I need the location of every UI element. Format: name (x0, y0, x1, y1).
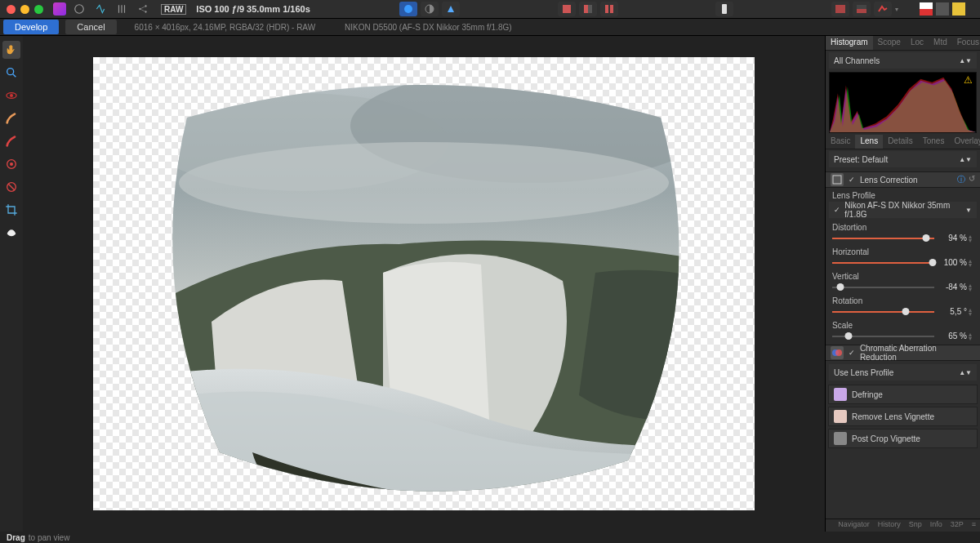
canvas[interactable] (93, 57, 755, 510)
panel-remove-lens-vignette[interactable]: Remove Lens Vignette (828, 407, 978, 426)
photo-preview (138, 69, 710, 501)
slider-knob[interactable] (929, 259, 936, 266)
svg-point-2 (145, 5, 146, 7)
slider-knob[interactable] (902, 308, 910, 315)
hand-tool[interactable] (2, 41, 20, 59)
chromab-header[interactable]: ✓ Chromatic Aberration Reduction (826, 345, 980, 361)
svg-rect-12 (835, 5, 845, 13)
compare-mirror[interactable] (600, 2, 618, 16)
compare-single[interactable] (558, 2, 576, 16)
panel-post-crop-vignette[interactable]: Post Crop Vignette (828, 429, 978, 448)
histogram-graph: ⚠ (829, 72, 977, 133)
tab-history[interactable]: History (874, 519, 905, 532)
white-balance-tool[interactable] (2, 224, 20, 242)
panel-menu-icon[interactable]: ≡ (968, 519, 980, 532)
zoom-window[interactable] (34, 5, 43, 14)
tab-snp[interactable]: Snp (905, 519, 926, 532)
share-icon[interactable] (135, 1, 151, 17)
lens-correction-icon (831, 173, 844, 186)
slider-scale[interactable]: 65 %▴▾ (826, 330, 980, 342)
redeye-tool[interactable] (2, 87, 20, 105)
slider-knob[interactable] (923, 234, 930, 242)
sync-button[interactable] (715, 2, 733, 16)
tab-loc[interactable]: Loc (906, 36, 929, 50)
sliders-icon[interactable] (114, 1, 130, 17)
overlay-paint-tool[interactable] (2, 132, 20, 150)
develop-button[interactable]: Develop (3, 20, 59, 34)
stepper[interactable]: ▴▾ (969, 234, 975, 243)
svg-rect-25 (833, 176, 841, 184)
lens-profile-select[interactable]: ✓ Nikon AF-S DX Nikkor 35mm f/1.8G ▼ (829, 202, 977, 218)
svg-point-24 (179, 142, 669, 224)
preset-b[interactable] (853, 2, 871, 16)
swatch-group (920, 2, 965, 16)
tab-tones[interactable]: Tones (918, 135, 950, 149)
tab-overlays[interactable]: Overlays (949, 135, 980, 149)
lens-correction-header[interactable]: ✓ Lens Correction ⓘ↺ (826, 171, 980, 188)
channel-select[interactable]: All Channels ▲▼ (829, 52, 977, 69)
status-action: Drag (7, 533, 25, 542)
tab-basic[interactable]: Basic (826, 135, 855, 149)
slider-knob[interactable] (837, 283, 844, 291)
tab-mtd[interactable]: Mtd (929, 36, 952, 50)
presets-group: ▾ (831, 2, 898, 16)
swatch-grey[interactable] (936, 2, 949, 16)
preset-a[interactable] (831, 2, 849, 16)
use-lens-profile-select[interactable]: Use Lens Profile ▲▼ (829, 364, 977, 381)
clip-mid[interactable] (421, 2, 439, 16)
cancel-button[interactable]: Cancel (65, 20, 116, 34)
stepper[interactable]: ▴▾ (969, 259, 975, 267)
panel-defringe[interactable]: Defringe (828, 385, 978, 404)
zoom-tool[interactable] (2, 64, 20, 82)
close-window[interactable] (7, 5, 16, 14)
crop-tool[interactable] (2, 201, 20, 219)
slider-value: 94 % (939, 234, 967, 243)
minimize-window[interactable] (20, 5, 29, 14)
stepper[interactable]: ▴▾ (969, 308, 975, 316)
svg-point-15 (7, 69, 14, 75)
camera-info: NIKON D5500 (AF-S DX Nikkor 35mm f/1.8G) (345, 23, 512, 32)
compare-split[interactable] (579, 2, 597, 16)
svg-point-4 (404, 5, 412, 13)
assistant-icon[interactable] (92, 1, 109, 17)
canvas-area[interactable] (23, 36, 825, 532)
adjust-tabs: Basic Lens Details Tones Overlays (826, 135, 980, 149)
app-icon (53, 2, 66, 16)
warning-icon: ⚠ (964, 74, 973, 86)
blemish-tool[interactable] (2, 109, 20, 127)
slider-rotation[interactable]: 5,5 °▴▾ (826, 305, 980, 318)
status-bar: Drag to pan view (0, 532, 980, 543)
clip-highlights[interactable] (442, 2, 460, 16)
slider-distortion[interactable]: 94 %▴▾ (826, 232, 980, 244)
tab-histogram[interactable]: Histogram (826, 36, 873, 50)
slider-vertical[interactable]: -84 %▴▾ (826, 281, 980, 293)
swatch-white[interactable] (920, 2, 933, 16)
overlay-gradient-tool[interactable] (2, 178, 20, 196)
stepper[interactable]: ▴▾ (969, 283, 975, 292)
persona-icon[interactable] (71, 1, 87, 17)
check-icon: ✓ (849, 176, 857, 184)
info-icon[interactable]: ⓘ (957, 174, 965, 185)
tab-32p[interactable]: 32P (947, 519, 968, 532)
histogram-tabs: Histogram Scope Loc Mtd Focus ≡ (826, 36, 980, 51)
slider-horizontal[interactable]: 100 %▴▾ (826, 256, 980, 269)
slider-label-distortion: Distortion (826, 220, 980, 232)
clip-shadows[interactable] (399, 2, 417, 16)
tab-focus[interactable]: Focus (952, 36, 980, 50)
tab-details[interactable]: Details (883, 135, 918, 149)
preset-select[interactable]: Preset: Default ▲▼ (829, 151, 977, 167)
preset-c[interactable] (874, 2, 892, 16)
svg-rect-9 (605, 5, 608, 13)
stepper[interactable]: ▴▾ (969, 332, 975, 340)
tab-lens[interactable]: Lens (855, 135, 883, 149)
slider-value: 65 % (939, 332, 967, 340)
tab-info[interactable]: Info (926, 519, 947, 532)
overlay-erase-tool[interactable] (2, 155, 20, 173)
slider-value: 5,5 ° (939, 307, 967, 316)
tab-scope[interactable]: Scope (873, 36, 906, 50)
lens-correction-label: Lens Correction (860, 176, 918, 185)
slider-knob[interactable] (845, 332, 853, 340)
tab-navigator[interactable]: Navigator (834, 519, 874, 532)
reset-icon[interactable]: ↺ (969, 174, 975, 185)
swatch-yellow[interactable] (952, 2, 965, 16)
